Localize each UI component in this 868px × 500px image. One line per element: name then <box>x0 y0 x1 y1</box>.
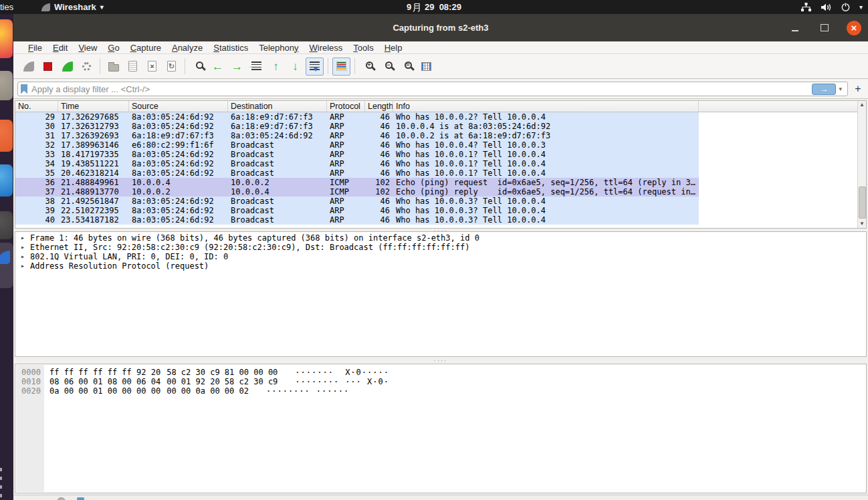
display-filter-input[interactable] <box>31 84 812 94</box>
main-toolbar: ×↻←→→↑↓▼+−= <box>13 54 868 79</box>
go-forward-button[interactable]: → <box>228 57 246 76</box>
zoom-in-icon: + <box>366 61 373 69</box>
reload-file-button[interactable]: ↻ <box>162 57 181 76</box>
packet-row-37[interactable]: 3721.48891377010.0.0.210.0.0.4ICMP102Ech… <box>15 187 699 197</box>
close-capture-file-button[interactable]: × <box>143 57 161 76</box>
detail-row-0[interactable]: ▸Frame 1: 46 bytes on wire (368 bits), 4… <box>15 233 866 243</box>
column-header-protocol[interactable]: Protocol <box>327 101 365 112</box>
expand-arrow-icon[interactable]: ▸ <box>15 252 30 261</box>
window-titlebar[interactable]: Capturing from s2-eth3 × <box>13 14 868 41</box>
hex-row-0020[interactable]: 00200a 00 00 01 00 00 00 0000 00 0a 00 0… <box>15 386 866 396</box>
expert-info-icon[interactable] <box>57 497 66 500</box>
packet-row-39[interactable]: 3922.5102723958a:03:05:24:6d:92Broadcast… <box>15 206 699 215</box>
stop-capture-button[interactable] <box>39 57 57 76</box>
go-to-last-packet-button[interactable]: ↓ <box>286 57 304 76</box>
packet-row-40[interactable]: 4023.5341871828a:03:05:24:6d:92Broadcast… <box>15 215 699 225</box>
menu-tools[interactable]: Tools <box>348 43 378 53</box>
packet-list-scrollbar[interactable]: ▲ ▼ <box>857 101 866 228</box>
zoom-out-icon: − <box>385 61 393 69</box>
packet-row-33[interactable]: 3318.4171973358a:03:05:24:6d:92Broadcast… <box>15 150 699 159</box>
system-tray[interactable]: ▾ <box>800 2 863 12</box>
packet-row-29[interactable]: 2917.3262976858a:03:05:24:6d:926a:18:e9:… <box>15 112 699 122</box>
packet-row-34[interactable]: 3419.4385112218a:03:05:24:6d:92Broadcast… <box>15 159 699 168</box>
dock-item-app-orange[interactable] <box>0 120 13 152</box>
find-packet-button[interactable] <box>189 57 207 76</box>
add-filter-button[interactable]: + <box>852 83 864 95</box>
clock[interactable]: 9 29 08:29 <box>0 2 868 12</box>
packet-row-31[interactable]: 3117.3263926936a:18:e9:d7:67:f38a:03:05:… <box>15 131 699 140</box>
go-to-first-packet-button[interactable]: ↑ <box>267 57 285 76</box>
dock-item-files[interactable] <box>0 71 13 100</box>
hex-row-0010[interactable]: 001008 06 00 01 08 00 06 0400 01 92 20 5… <box>15 377 866 386</box>
open-capture-file-button[interactable] <box>104 57 122 76</box>
detail-row-1[interactable]: ▸Ethernet II, Src: 92:20:58:c2:30:c9 (92… <box>15 243 866 252</box>
menu-edit[interactable]: Edit <box>47 43 73 53</box>
save-capture-file-icon <box>128 61 137 72</box>
display-filter-box[interactable]: → ▾ <box>17 82 848 96</box>
apply-filter-button[interactable]: → <box>812 84 836 95</box>
filter-bookmark-icon[interactable] <box>21 84 27 94</box>
menu-file[interactable]: File <box>23 43 47 53</box>
menu-analyze[interactable]: Analyze <box>167 43 208 53</box>
show-applications-icon[interactable] <box>0 468 2 497</box>
column-header-filler <box>699 101 866 112</box>
stop-capture-icon <box>43 62 52 71</box>
filter-dropdown-caret[interactable]: ▾ <box>836 86 845 92</box>
menu-telephony[interactable]: Telephony <box>253 43 304 53</box>
dock-item-terminal[interactable] <box>0 211 13 239</box>
auto-scroll-toggle-icon: ▼ <box>310 61 320 71</box>
column-header-destination[interactable]: Destination <box>228 101 327 112</box>
ascii-col: ······· <box>295 368 339 377</box>
column-header-no[interactable]: No. <box>15 101 58 112</box>
go-back-icon: ← <box>212 61 223 72</box>
expand-arrow-icon[interactable]: ▸ <box>15 261 30 271</box>
filter-toolbar: → ▾ + <box>13 80 868 99</box>
close-button[interactable]: × <box>847 21 861 35</box>
packet-row-35[interactable]: 3520.4623182148a:03:05:24:6d:92Broadcast… <box>15 168 699 178</box>
scroll-up-arrow[interactable]: ▲ <box>858 101 866 109</box>
zoom-out-button[interactable]: − <box>378 57 397 76</box>
dock-item-app-blue[interactable] <box>0 164 13 197</box>
menu-capture[interactable]: Capture <box>125 43 167 53</box>
detail-row-2[interactable]: ▸802.1Q Virtual LAN, PRI: 0, DEI: 0, ID:… <box>15 252 866 261</box>
colorize-toggle-button[interactable] <box>332 57 350 76</box>
status-bar <box>13 495 868 500</box>
column-header-source[interactable]: Source <box>129 101 228 112</box>
restart-capture-button[interactable] <box>58 57 76 76</box>
dock-item-wireshark-active[interactable] <box>0 243 13 288</box>
detail-row-3[interactable]: ▸Address Resolution Protocol (request) <box>15 261 866 271</box>
packet-row-32[interactable]: 3217.389963146e6:80:c2:99:f1:6fBroadcast… <box>15 140 699 150</box>
maximize-button[interactable] <box>817 21 832 35</box>
packet-row-38[interactable]: 3821.4925618478a:03:05:24:6d:92Broadcast… <box>15 197 699 206</box>
hex-row-0000[interactable]: 0000ff ff ff ff ff ff 92 2058 c2 30 c9 8… <box>15 368 866 377</box>
zoom-original-button[interactable]: = <box>398 57 416 76</box>
dock-item-firefox[interactable] <box>0 19 13 58</box>
column-header-time[interactable]: Time <box>58 101 129 112</box>
column-header-length[interactable]: Length <box>365 101 393 112</box>
expand-arrow-icon[interactable]: ▸ <box>15 243 30 252</box>
menu-wireless[interactable]: Wireless <box>304 43 348 53</box>
menu-statistics[interactable]: Statistics <box>208 43 253 53</box>
go-back-button[interactable]: ← <box>209 57 227 76</box>
pane-splitter[interactable]: ···· <box>15 358 867 364</box>
minimize-button[interactable] <box>788 21 802 35</box>
ascii-col: ········ <box>266 386 310 396</box>
go-to-packet-button[interactable]: → <box>247 57 265 76</box>
zoom-in-button[interactable]: + <box>359 57 377 76</box>
menu-go[interactable]: Go <box>102 43 124 53</box>
scroll-down-arrow[interactable]: ▼ <box>858 220 866 228</box>
column-header-info[interactable]: Info <box>393 101 699 112</box>
scrollbar-thumb[interactable] <box>859 186 866 219</box>
packet-row-36[interactable]: 3621.48884996110.0.0.410.0.0.2ICMP102Ech… <box>15 178 699 187</box>
menu-view[interactable]: View <box>73 43 102 53</box>
capture-comment-icon[interactable] <box>77 497 84 500</box>
packet-bytes-pane[interactable]: 0000ff ff ff ff ff ff 92 2058 c2 30 c9 8… <box>15 364 867 493</box>
save-capture-file-button[interactable] <box>124 57 142 76</box>
expand-arrow-icon[interactable]: ▸ <box>15 233 30 243</box>
auto-scroll-toggle-button[interactable]: ▼ <box>306 57 324 76</box>
capture-options-button[interactable] <box>78 57 96 76</box>
packet-row-30[interactable]: 3017.3263127938a:03:05:24:6d:926a:18:e9:… <box>15 122 699 131</box>
resize-columns-button[interactable] <box>417 57 435 76</box>
menu-help[interactable]: Help <box>379 43 408 53</box>
start-capture-button[interactable] <box>19 57 37 76</box>
